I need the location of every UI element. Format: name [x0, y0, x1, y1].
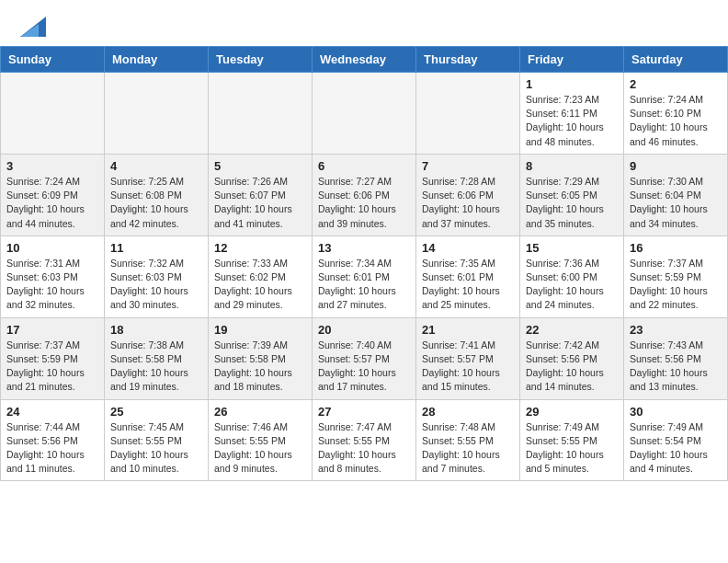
day-number: 18: [110, 323, 202, 337]
day-number: 22: [526, 323, 618, 337]
cell-info: Sunrise: 7:37 AMSunset: 5:59 PMDaylight:…: [630, 257, 722, 313]
calendar-cell: 16Sunrise: 7:37 AMSunset: 5:59 PMDayligh…: [624, 236, 728, 317]
day-number: 17: [6, 323, 98, 337]
cell-info: Sunrise: 7:23 AMSunset: 6:11 PMDaylight:…: [526, 93, 618, 149]
day-number: 3: [6, 159, 98, 173]
calendar-cell: 6Sunrise: 7:27 AMSunset: 6:06 PMDaylight…: [313, 154, 416, 236]
cell-info: Sunrise: 7:27 AMSunset: 6:06 PMDaylight:…: [318, 175, 410, 231]
cell-info: Sunrise: 7:24 AMSunset: 6:10 PMDaylight:…: [630, 93, 722, 149]
day-number: 6: [318, 159, 410, 173]
calendar-cell: 28Sunrise: 7:48 AMSunset: 5:55 PMDayligh…: [416, 399, 520, 481]
day-number: 26: [214, 405, 306, 419]
cell-info: Sunrise: 7:36 AMSunset: 6:00 PMDaylight:…: [526, 257, 618, 313]
cell-info: Sunrise: 7:34 AMSunset: 6:01 PMDaylight:…: [318, 257, 410, 313]
day-number: 9: [630, 159, 722, 173]
calendar-day-header: Tuesday: [209, 47, 313, 73]
calendar-cell: 5Sunrise: 7:26 AMSunset: 6:07 PMDaylight…: [209, 154, 313, 236]
calendar-week-row: 10Sunrise: 7:31 AMSunset: 6:03 PMDayligh…: [1, 236, 728, 317]
calendar-cell: 17Sunrise: 7:37 AMSunset: 5:59 PMDayligh…: [1, 317, 105, 399]
page: SundayMondayTuesdayWednesdayThursdayFrid…: [0, 0, 728, 481]
calendar-cell: 24Sunrise: 7:44 AMSunset: 5:56 PMDayligh…: [1, 399, 105, 481]
day-number: 20: [318, 323, 410, 337]
calendar-week-row: 24Sunrise: 7:44 AMSunset: 5:56 PMDayligh…: [1, 399, 728, 481]
day-number: 13: [318, 241, 410, 255]
day-number: 23: [630, 323, 722, 337]
day-number: 25: [110, 405, 202, 419]
calendar-day-header: Wednesday: [313, 47, 416, 73]
day-number: 28: [422, 405, 514, 419]
calendar-cell: [209, 73, 313, 155]
calendar-cell: 23Sunrise: 7:43 AMSunset: 5:56 PMDayligh…: [624, 317, 728, 399]
calendar-day-header: Sunday: [1, 47, 105, 73]
day-number: 30: [630, 405, 722, 419]
day-number: 2: [630, 77, 722, 91]
calendar-day-header: Thursday: [416, 47, 520, 73]
day-number: 24: [6, 405, 98, 419]
day-number: 15: [526, 241, 618, 255]
cell-info: Sunrise: 7:49 AMSunset: 5:54 PMDaylight:…: [630, 420, 722, 477]
cell-info: Sunrise: 7:26 AMSunset: 6:07 PMDaylight:…: [214, 175, 306, 231]
day-number: 21: [422, 323, 514, 337]
calendar-cell: 10Sunrise: 7:31 AMSunset: 6:03 PMDayligh…: [1, 236, 105, 317]
logo: [18, 17, 46, 37]
calendar-cell: [416, 73, 520, 155]
calendar-cell: 15Sunrise: 7:36 AMSunset: 6:00 PMDayligh…: [520, 236, 624, 317]
cell-info: Sunrise: 7:49 AMSunset: 5:55 PMDaylight:…: [526, 420, 618, 477]
calendar-day-header: Monday: [105, 47, 209, 73]
cell-info: Sunrise: 7:24 AMSunset: 6:09 PMDaylight:…: [6, 175, 98, 231]
calendar-cell: 14Sunrise: 7:35 AMSunset: 6:01 PMDayligh…: [416, 236, 520, 317]
logo-icon: [20, 17, 46, 37]
cell-info: Sunrise: 7:40 AMSunset: 5:57 PMDaylight:…: [318, 339, 410, 395]
calendar-week-row: 1Sunrise: 7:23 AMSunset: 6:11 PMDaylight…: [1, 73, 728, 155]
day-number: 1: [526, 77, 618, 91]
cell-info: Sunrise: 7:32 AMSunset: 6:03 PMDaylight:…: [110, 257, 202, 313]
day-number: 16: [630, 241, 722, 255]
calendar-cell: [105, 73, 209, 155]
day-number: 29: [526, 405, 618, 419]
calendar-header-row: SundayMondayTuesdayWednesdayThursdayFrid…: [1, 47, 728, 73]
day-number: 11: [110, 241, 202, 255]
cell-info: Sunrise: 7:48 AMSunset: 5:55 PMDaylight:…: [422, 420, 514, 477]
cell-info: Sunrise: 7:41 AMSunset: 5:57 PMDaylight:…: [422, 339, 514, 395]
cell-info: Sunrise: 7:44 AMSunset: 5:56 PMDaylight:…: [6, 420, 98, 477]
day-number: 12: [214, 241, 306, 255]
day-number: 19: [214, 323, 306, 337]
calendar-cell: 12Sunrise: 7:33 AMSunset: 6:02 PMDayligh…: [209, 236, 313, 317]
calendar-cell: 30Sunrise: 7:49 AMSunset: 5:54 PMDayligh…: [624, 399, 728, 481]
cell-info: Sunrise: 7:25 AMSunset: 6:08 PMDaylight:…: [110, 175, 202, 231]
cell-info: Sunrise: 7:45 AMSunset: 5:55 PMDaylight:…: [110, 420, 202, 477]
calendar-week-row: 17Sunrise: 7:37 AMSunset: 5:59 PMDayligh…: [1, 317, 728, 399]
cell-info: Sunrise: 7:28 AMSunset: 6:06 PMDaylight:…: [422, 175, 514, 231]
calendar: SundayMondayTuesdayWednesdayThursdayFrid…: [0, 46, 728, 481]
day-number: 27: [318, 405, 410, 419]
calendar-cell: 8Sunrise: 7:29 AMSunset: 6:05 PMDaylight…: [520, 154, 624, 236]
cell-info: Sunrise: 7:38 AMSunset: 5:58 PMDaylight:…: [110, 339, 202, 395]
cell-info: Sunrise: 7:31 AMSunset: 6:03 PMDaylight:…: [6, 257, 98, 313]
cell-info: Sunrise: 7:39 AMSunset: 5:58 PMDaylight:…: [214, 339, 306, 395]
svg-marker-1: [20, 24, 39, 37]
calendar-cell: 11Sunrise: 7:32 AMSunset: 6:03 PMDayligh…: [105, 236, 209, 317]
calendar-cell: 21Sunrise: 7:41 AMSunset: 5:57 PMDayligh…: [416, 317, 520, 399]
day-number: 8: [526, 159, 618, 173]
calendar-cell: 27Sunrise: 7:47 AMSunset: 5:55 PMDayligh…: [313, 399, 416, 481]
calendar-cell: 7Sunrise: 7:28 AMSunset: 6:06 PMDaylight…: [416, 154, 520, 236]
calendar-day-header: Saturday: [624, 47, 728, 73]
header: [0, 0, 728, 46]
cell-info: Sunrise: 7:29 AMSunset: 6:05 PMDaylight:…: [526, 175, 618, 231]
calendar-cell: 3Sunrise: 7:24 AMSunset: 6:09 PMDaylight…: [1, 154, 105, 236]
calendar-cell: 25Sunrise: 7:45 AMSunset: 5:55 PMDayligh…: [105, 399, 209, 481]
day-number: 4: [110, 159, 202, 173]
calendar-cell: 4Sunrise: 7:25 AMSunset: 6:08 PMDaylight…: [105, 154, 209, 236]
cell-info: Sunrise: 7:37 AMSunset: 5:59 PMDaylight:…: [6, 339, 98, 395]
calendar-cell: 1Sunrise: 7:23 AMSunset: 6:11 PMDaylight…: [520, 73, 624, 155]
calendar-week-row: 3Sunrise: 7:24 AMSunset: 6:09 PMDaylight…: [1, 154, 728, 236]
day-number: 10: [6, 241, 98, 255]
cell-info: Sunrise: 7:35 AMSunset: 6:01 PMDaylight:…: [422, 257, 514, 313]
cell-info: Sunrise: 7:30 AMSunset: 6:04 PMDaylight:…: [630, 175, 722, 231]
day-number: 7: [422, 159, 514, 173]
calendar-cell: 22Sunrise: 7:42 AMSunset: 5:56 PMDayligh…: [520, 317, 624, 399]
cell-info: Sunrise: 7:46 AMSunset: 5:55 PMDaylight:…: [214, 420, 306, 477]
calendar-cell: 2Sunrise: 7:24 AMSunset: 6:10 PMDaylight…: [624, 73, 728, 155]
calendar-cell: 9Sunrise: 7:30 AMSunset: 6:04 PMDaylight…: [624, 154, 728, 236]
calendar-cell: 13Sunrise: 7:34 AMSunset: 6:01 PMDayligh…: [313, 236, 416, 317]
